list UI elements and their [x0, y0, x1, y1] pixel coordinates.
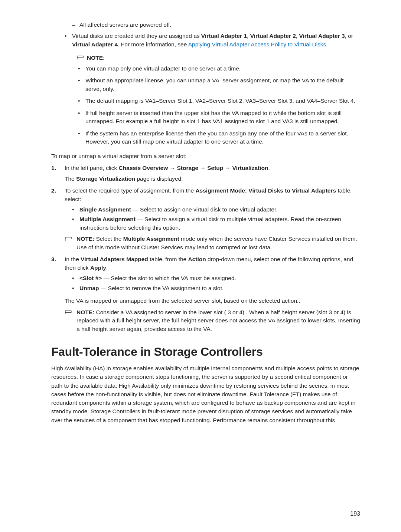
note-label: NOTE: [87, 54, 105, 62]
s3-b1-lbl: <Slot #> [79, 275, 102, 281]
page-number: 193 [350, 510, 360, 517]
s3-bullet-1: <Slot #> — Select the slot to which the … [72, 274, 360, 282]
svg-marker-7 [65, 311, 72, 312]
step-3: In the Virtual Adapters Mapped table, fr… [51, 255, 360, 333]
s3-result: The VA is mapped or unmapped from the se… [65, 297, 360, 305]
vd-pre: Virtual disks are created and they are a… [72, 33, 201, 39]
s1-post: . [268, 165, 270, 171]
va4: Virtual Adapter 4 [72, 41, 118, 47]
s2-b2-lbl: Multiple Assignment [79, 216, 136, 222]
svg-marker-1 [77, 56, 84, 58]
top-bullet-vd: Virtual disks are created and they are a… [65, 32, 360, 49]
s3-bold2: Action [188, 256, 206, 262]
va3: Virtual Adapter 3 [299, 33, 345, 39]
note1-text: The default mapping is VA1–Server Slot 1… [85, 98, 355, 104]
note1-item: Without an appropriate license, you can … [78, 76, 360, 93]
sublist-item: All affected servers are powered off. [72, 21, 360, 29]
s3-b2-lbl: Unmap [79, 285, 99, 291]
note1-item: You can map only one virtual adapter to … [78, 65, 360, 73]
s1-pre: In the left pane, click [65, 165, 119, 171]
s3-b1-txt: — Select the slot to which the VA must b… [102, 275, 236, 281]
s3-bold3: Apply [90, 265, 106, 271]
s3-note-lbl: NOTE: [76, 309, 96, 315]
s2-bullet-1: Single Assignment — Select to assign one… [72, 206, 360, 214]
s2-b1-txt: — Select to assign one virtual disk to o… [131, 206, 278, 213]
top-bullet-list: Virtual disks are created and they are a… [51, 32, 360, 49]
section-para: High Availability (HA) in storage enable… [51, 364, 360, 424]
step-1: In the left pane, click Chassis Overview… [51, 164, 360, 183]
intro-text: To map or unmap a virtual adapter from a… [51, 152, 360, 160]
s2-bold1: Assignment Mode: Virtual Disks to Virtua… [195, 187, 336, 194]
s2-note-lbl: NOTE: [76, 236, 96, 242]
pencil-icon [65, 236, 73, 242]
pencil-icon [76, 54, 85, 61]
s3-bullet-2: Unmap — Select to remove the VA assignme… [72, 284, 360, 292]
policy-link[interactable]: Applying Virtual Adapter Access Policy t… [188, 41, 326, 47]
s3-bold1: Virtual Adapters Mapped [81, 256, 148, 262]
svg-marker-4 [65, 237, 72, 239]
va1: Virtual Adapter 1 [201, 33, 247, 39]
note1-text: You can map only one virtual adapter to … [85, 65, 241, 72]
more-info: . For more information, see [118, 41, 188, 47]
s3-pre: In the [65, 256, 81, 262]
note1-item: The default mapping is VA1–Server Slot 1… [78, 97, 360, 105]
s3-note-txt: Consider a VA assigned to server in the … [76, 309, 360, 332]
s3-post: . [106, 265, 108, 271]
step-2: To select the required type of assignmen… [51, 187, 360, 252]
va2: Virtual Adapter 2 [250, 33, 296, 39]
s3-note: NOTE: Consider a VA assigned to server i… [65, 308, 360, 333]
note-block-1: NOTE: You can map only one virtual adapt… [65, 54, 360, 146]
s3-b2-txt: — Select to remove the VA assignment to … [99, 285, 224, 291]
s2-note: NOTE: Select the Multiple Assignment mod… [65, 235, 360, 252]
section-heading: Fault-Tolerance in Storage Controllers [51, 345, 360, 359]
s1-l2-bold: Storage Virtualization [76, 175, 135, 182]
s2-bullet-2: Multiple Assignment — Select to assign a… [72, 215, 360, 232]
s2-pre: To select the required type of assignmen… [65, 187, 195, 194]
s3-mid1: table, from the [148, 256, 188, 262]
note1-text: Without an appropriate license, you can … [85, 77, 344, 92]
s1-l2-post: page is displayed. [135, 175, 183, 182]
period: . [326, 41, 327, 47]
pencil-icon [65, 309, 73, 316]
ordered-steps: In the left pane, click Chassis Overview… [51, 164, 360, 333]
s2-note-pre: Select the [96, 236, 123, 242]
s1-path: Chassis Overview → Storage → Setup → Vir… [119, 165, 268, 171]
note1-text: If the system has an enterprise license … [85, 130, 348, 145]
note1-text: If full height server is inserted then t… [85, 110, 342, 124]
note1-item: If full height server is inserted then t… [78, 109, 360, 126]
nested-sublist: All affected servers are powered off. [51, 21, 360, 29]
page-container: All affected servers are powered off. Vi… [0, 0, 401, 532]
s2-b1-lbl: Single Assignment [79, 206, 131, 213]
s1-l2-pre: The [65, 175, 76, 182]
s2-note-bold: Multiple Assignment [123, 236, 179, 242]
sublist-text: All affected servers are powered off. [79, 22, 172, 28]
note1-item: If the system has an enterprise license … [78, 129, 360, 146]
